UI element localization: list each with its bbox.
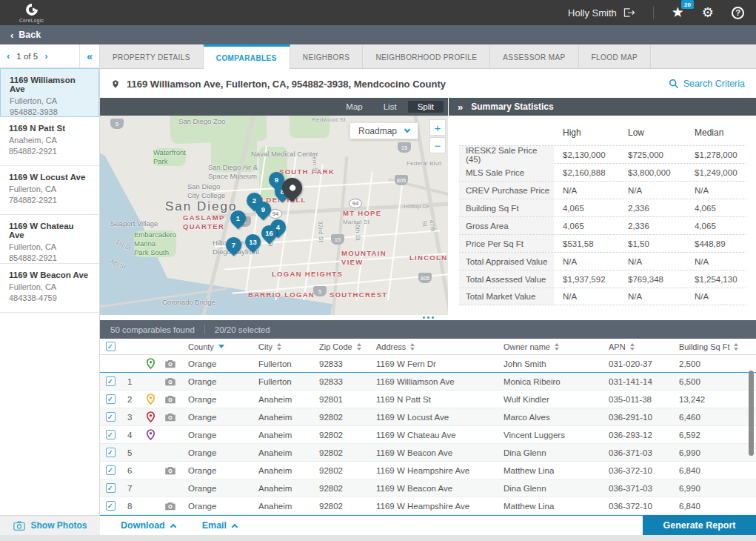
cell-zip: 92833	[312, 359, 369, 368]
table-row[interactable]: ✓ 3 Orange Anaheim 92802 1169 W Locust A…	[100, 408, 756, 426]
map-pin[interactable]: 16	[258, 222, 281, 245]
map-label: 32nd St	[316, 221, 324, 242]
select-all-checkbox[interactable]: ✓	[106, 342, 116, 351]
column-header-zip[interactable]: Zip Code	[312, 342, 369, 351]
map-pin[interactable]: 7	[223, 234, 245, 256]
collapse-sidebar-button[interactable]: «	[79, 44, 99, 67]
camera-icon[interactable]	[165, 377, 175, 386]
camera-icon[interactable]	[165, 413, 175, 422]
row-checkbox[interactable]: ✓	[106, 376, 116, 386]
summary-row: Building Sq Ft 4,065 2,336 4,065	[459, 199, 746, 216]
logout-icon[interactable]	[623, 7, 635, 18]
cell-owner: Dina Glenn	[496, 448, 601, 457]
view-toggle-option[interactable]: Split	[408, 101, 444, 113]
user-menu[interactable]: Holly Smith	[568, 7, 635, 19]
row-checkbox[interactable]: ✓	[106, 394, 116, 404]
map-pin[interactable]: 9	[252, 199, 275, 221]
property-list-item[interactable]: 1169 W Chateau Ave Fullerton, CA 854882-…	[0, 215, 99, 264]
tab[interactable]: ASSESSOR MAP	[490, 44, 578, 68]
back-button[interactable]: ‹ Back	[10, 30, 41, 40]
table-row[interactable]: ✓ 6 Orange Anaheim 92802 1169 W Heampshi…	[100, 462, 756, 479]
cell-sqft: 6,990	[672, 484, 756, 493]
tab[interactable]: COMPARABLES	[204, 44, 290, 70]
property-zip: 854882-2921	[9, 146, 90, 157]
settings-gear-icon[interactable]: ⚙	[702, 6, 714, 19]
prev-page-button[interactable]: ‹	[0, 50, 16, 62]
view-toggle-option[interactable]: Map	[336, 101, 372, 113]
column-header-county[interactable]: County	[181, 342, 251, 351]
row-checkbox[interactable]: ✓	[106, 465, 116, 475]
camera-icon[interactable]	[165, 502, 175, 511]
favorites-button[interactable]: ★ 20	[672, 5, 684, 20]
tab[interactable]: FLOOD MAP	[579, 44, 652, 68]
camera-icon[interactable]	[165, 395, 175, 404]
corelogic-logo[interactable]: CoreLogic	[19, 2, 44, 23]
row-checkbox[interactable]: ✓	[106, 412, 116, 422]
chevron-up-icon	[170, 523, 175, 529]
cell-county: Orange	[181, 413, 251, 422]
divider	[204, 325, 205, 334]
table-row[interactable]: ✓ Orange Fullerton 92833 1169 W Fern Dr …	[100, 355, 756, 373]
property-address: 1169 W Beacon Ave	[9, 270, 90, 279]
stat-label: Price Per Sq Ft	[459, 235, 554, 252]
camera-icon[interactable]	[165, 466, 175, 475]
view-toggle-option[interactable]: List	[374, 101, 407, 113]
column-header-city[interactable]: City	[251, 342, 312, 351]
zoom-in-button[interactable]: +	[429, 119, 446, 136]
stat-label: Building Sq Ft	[459, 199, 554, 216]
collapse-panel-icon[interactable]: »	[458, 102, 463, 113]
top-bar: CoreLogic Holly Smith ★ 20 ⚙ ?	[0, 0, 756, 25]
tab[interactable]: NEIGHBORS	[290, 44, 364, 68]
next-page-button[interactable]: ›	[38, 50, 54, 62]
stat-median: N/A	[695, 288, 746, 305]
col-median: Median	[695, 127, 746, 138]
email-button[interactable]: Email	[202, 520, 237, 531]
table-row[interactable]: ✓ 7 Orange Anaheim 92802 1169 W Beacon A…	[100, 479, 756, 497]
search-criteria-link[interactable]: Search Criteria	[669, 79, 745, 89]
property-list-item[interactable]: 1169 W Locust Ave Fullerton, CA 784882-2…	[0, 166, 99, 215]
cell-sqft: 6,840	[672, 466, 756, 475]
column-header-apn[interactable]: APN	[601, 342, 672, 351]
scrollbar-thumb[interactable]	[749, 371, 754, 456]
cell-address: 1169 N Patt St	[369, 395, 496, 404]
property-list-item[interactable]: 1169 Williamson Ave Fullerton, CA 954882…	[0, 68, 99, 117]
map-pin[interactable]: 1	[227, 208, 250, 230]
column-header-address[interactable]: Address	[369, 342, 496, 351]
property-city: Fullerton, CA	[9, 184, 90, 195]
property-list-item[interactable]: 1169 N Patt St Anaheim, CA 854882-2921	[0, 117, 99, 166]
map-type-dropdown[interactable]: Roadmap	[349, 122, 418, 139]
stat-high: $1,937,592	[563, 270, 628, 288]
table-row[interactable]: ✓ 1 Orange Fullerton 92833 1169 Williams…	[100, 373, 756, 391]
table-row[interactable]: ✓ 8 Orange Anaheim 92802 1169 W Heampshi…	[100, 497, 756, 515]
column-header-sqft[interactable]: Building Sq Ft	[672, 342, 756, 351]
tab[interactable]: PROPERTY DETAILS	[100, 44, 204, 68]
table-row[interactable]: ✓ 5 Orange Anaheim 92802 1169 W Beacon A…	[100, 444, 756, 462]
property-list-item[interactable]: 1169 W Beacon Ave Fullerton, CA 484338-4…	[0, 264, 99, 313]
help-icon[interactable]: ?	[732, 7, 744, 19]
table-row[interactable]: ✓ 2 Orange Anaheim 92801 1169 N Patt St …	[100, 391, 756, 408]
brand-name: CoreLogic	[19, 18, 44, 23]
download-button[interactable]: Download	[121, 520, 175, 531]
map-label: Coronado Bridge	[162, 298, 215, 307]
split-resize-handle[interactable]	[100, 315, 756, 320]
row-checkbox[interactable]: ✓	[106, 483, 116, 493]
cell-apn: 036-372-10	[601, 502, 672, 511]
column-header-owner[interactable]: Owner name	[496, 342, 601, 351]
sort-icon	[277, 343, 281, 351]
show-photos-button[interactable]: Show Photos	[0, 515, 100, 535]
table-scrollbar	[748, 355, 755, 515]
row-checkbox[interactable]: ✓	[106, 501, 116, 511]
row-checkbox[interactable]: ✓	[106, 448, 116, 457]
map-pin[interactable]: 13	[242, 231, 264, 253]
camera-icon[interactable]	[165, 359, 175, 368]
row-checkbox[interactable]: ✓	[106, 430, 116, 439]
cell-county: Orange	[181, 431, 251, 439]
topbar-divider	[653, 6, 654, 19]
stat-high: N/A	[563, 253, 628, 270]
map-canvas[interactable]: San Diego Zoo Redwood St Waterfront Park…	[100, 116, 448, 315]
map-label: LOGAN HEIGHTS	[272, 270, 343, 279]
generate-report-button[interactable]: Generate Report	[643, 515, 756, 535]
tab[interactable]: NEIGHBORHOOD PROFILE	[363, 44, 490, 68]
table-row[interactable]: ✓ 4 Orange Anaheim 92802 1169 W Chateau …	[100, 426, 756, 444]
zoom-out-button[interactable]: −	[429, 137, 446, 153]
